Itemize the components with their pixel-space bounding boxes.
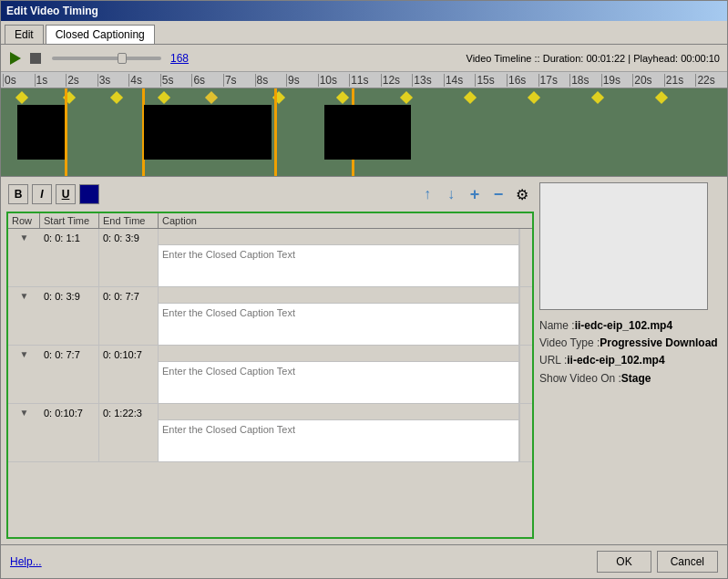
caption-textarea-3[interactable] <box>159 362 518 403</box>
keyframe-diamond <box>655 91 668 104</box>
timeline-container: 0s 1s 2s 3s 4s 5s 6s 7s 8s 9s 10s 11s 12… <box>1 72 727 177</box>
stop-button[interactable] <box>28 51 43 66</box>
keyframe-diamond <box>158 91 170 104</box>
keyframe-diamond <box>15 91 28 104</box>
ruler-mark: 15s <box>475 74 507 87</box>
ruler-mark: 19s <box>601 74 633 87</box>
main-content: B I U ↑ ↓ + − ⚙ Row Start Time End Time … <box>1 177 727 544</box>
move-down-button[interactable]: ↓ <box>441 184 461 204</box>
row-start-1: 0: 0: 1:1 <box>40 229 99 286</box>
ruler-mark: 20s <box>632 74 664 87</box>
row-caption-1 <box>159 229 519 286</box>
keyframe-diamond <box>528 91 540 104</box>
ok-button[interactable]: OK <box>597 551 651 573</box>
ruler-mark: 11s <box>349 74 381 87</box>
row-caption-2 <box>159 287 519 345</box>
video-block-2 <box>144 105 272 160</box>
row-expand-4[interactable]: ▼ <box>8 404 40 461</box>
keyframe-diamond <box>336 91 349 104</box>
row-caption-4 <box>159 404 519 461</box>
ruler-mark: 21s <box>664 74 696 87</box>
file-type-line: Video Type : Progressive Download <box>539 335 722 352</box>
color-picker-button[interactable] <box>79 184 99 204</box>
file-show-line: Show Video On : Stage <box>539 370 722 388</box>
playback-slider-thumb[interactable] <box>118 53 127 64</box>
row-expand-2[interactable]: ▼ <box>8 287 40 345</box>
main-window: Edit Video Timing Edit Closed Captioning… <box>0 0 728 579</box>
caption-top-4 <box>159 404 518 420</box>
tab-closed-captioning[interactable]: Closed Captioning <box>46 25 155 44</box>
caption-table: Row Start Time End Time Caption ▼ 0: 0: … <box>6 212 534 539</box>
url-label: URL : <box>539 352 567 369</box>
keyframe-diamond <box>110 91 123 104</box>
caption-top-2 <box>159 287 518 304</box>
table-row: ▼ 0: 0: 7:7 0: 0:10:7 <box>8 346 532 404</box>
file-info: Name : ii-edc-eip_102.mp4 Video Type : P… <box>539 317 722 388</box>
tab-bar: Edit Closed Captioning <box>1 21 727 45</box>
italic-button[interactable]: I <box>32 184 52 204</box>
table-row: ▼ 0: 0:10:7 0: 1:22:3 <box>8 404 532 462</box>
ruler-marks: 0s 1s 2s 3s 4s 5s 6s 7s 8s 9s 10s 11s 12… <box>3 74 727 87</box>
row-end-2: 0: 0: 7:7 <box>99 287 159 345</box>
help-link[interactable]: Help... <box>10 555 42 568</box>
right-panel: Name : ii-edc-eip_102.mp4 Video Type : P… <box>539 182 722 539</box>
video-block-3 <box>324 105 411 160</box>
header-row: Row <box>8 213 40 228</box>
ruler-mark: 0s <box>3 74 35 87</box>
row-start-4: 0: 0:10:7 <box>40 404 99 461</box>
row-scroll-3 <box>519 346 532 403</box>
underline-button[interactable]: U <box>56 184 76 204</box>
window-title: Edit Video Timing <box>6 5 98 17</box>
ruler-mark: 16s <box>507 74 538 87</box>
settings-button[interactable]: ⚙ <box>512 184 532 204</box>
type-label: Video Type : <box>539 335 600 352</box>
add-row-button[interactable]: + <box>465 184 485 204</box>
caption-top-3 <box>159 346 518 362</box>
show-value: Stage <box>621 370 651 388</box>
keyframe-diamond <box>591 91 604 104</box>
timeline-ruler: 0s 1s 2s 3s 4s 5s 6s 7s 8s 9s 10s 11s 12… <box>1 72 727 88</box>
header-caption: Caption <box>159 213 532 228</box>
row-end-1: 0: 0: 3:9 <box>99 229 159 286</box>
caption-textarea-4[interactable] <box>159 420 518 461</box>
row-expand-3[interactable]: ▼ <box>8 346 40 403</box>
caption-textarea-1[interactable] <box>159 245 518 286</box>
ruler-mark: 17s <box>538 74 570 87</box>
bold-button[interactable]: B <box>8 184 28 204</box>
video-preview <box>539 182 708 310</box>
file-name-line: Name : ii-edc-eip_102.mp4 <box>539 317 722 335</box>
ruler-mark: 10s <box>318 74 350 87</box>
ruler-mark: 1s <box>35 74 67 87</box>
video-block-1 <box>17 105 65 160</box>
playback-slider-track[interactable] <box>52 57 161 60</box>
row-caption-3 <box>159 346 519 403</box>
ruler-mark: 14s <box>444 74 476 87</box>
table-row: ▼ 0: 0: 1:1 0: 0: 3:9 <box>8 229 532 287</box>
tab-edit[interactable]: Edit <box>5 25 44 44</box>
timeline-tracks <box>1 88 727 177</box>
header-start-time: Start Time <box>40 213 99 228</box>
move-up-button[interactable]: ↑ <box>417 184 437 204</box>
title-bar: Edit Video Timing <box>1 1 727 21</box>
remove-row-button[interactable]: − <box>488 184 508 204</box>
row-scroll-4 <box>519 404 532 461</box>
playback-toolbar: 168 Video Timeline :: Duration: 00:01:22… <box>1 45 727 72</box>
keyframe-diamond <box>464 91 477 104</box>
ruler-mark: 12s <box>381 74 413 87</box>
timeline-info: Video Timeline :: Duration: 00:01:22 | P… <box>467 53 720 64</box>
slider-value: 168 <box>170 52 189 65</box>
cancel-button[interactable]: Cancel <box>657 551 718 573</box>
name-value: ii-edc-eip_102.mp4 <box>575 317 672 335</box>
ruler-mark: 22s <box>695 74 727 87</box>
video-marker-1 <box>65 88 67 177</box>
ruler-mark: 9s <box>286 74 318 87</box>
caption-textarea-2[interactable] <box>159 304 518 345</box>
caption-top-1 <box>159 229 518 245</box>
play-button[interactable] <box>8 51 23 66</box>
row-expand-1[interactable]: ▼ <box>8 229 40 286</box>
name-label: Name : <box>539 317 575 335</box>
row-end-4: 0: 1:22:3 <box>99 404 159 461</box>
row-start-3: 0: 0: 7:7 <box>40 346 99 403</box>
file-url-line: URL : ii-edc-eip_102.mp4 <box>539 352 722 369</box>
stop-icon <box>30 53 41 64</box>
